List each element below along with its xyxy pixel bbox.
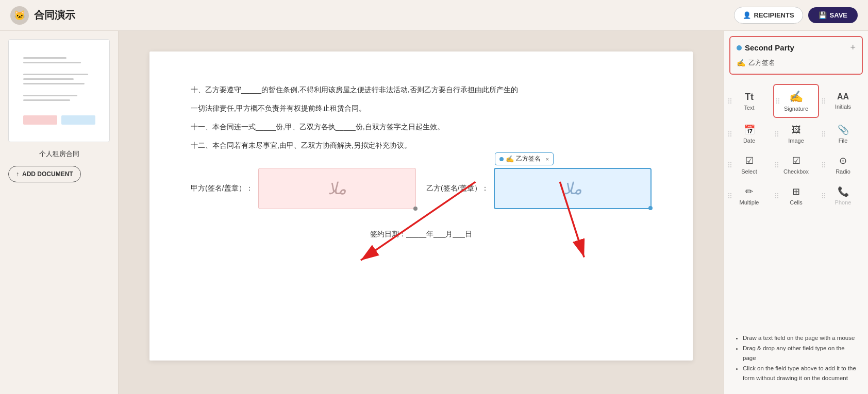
topbar-left: 🐱 合同演示 xyxy=(10,6,75,25)
recipients-button[interactable]: 👤 RECIPIENTS xyxy=(734,7,803,24)
party-name: Second Party xyxy=(745,43,850,52)
field-sig-icon: ✍ xyxy=(737,59,745,67)
drag-handle-cells xyxy=(775,193,778,198)
date-icon: 📅 xyxy=(744,124,755,135)
drag-handle-radio xyxy=(822,162,825,167)
party-add-button[interactable]: + xyxy=(850,42,856,53)
upload-icon: ↑ xyxy=(16,170,19,178)
first-party-label: 甲方(签名/盖章）： xyxy=(191,184,253,193)
paragraph-12: 十二、本合同若有未尽事宜,由甲、乙双方协商解决,另拟定补充协议。 xyxy=(191,138,652,152)
tool-file-label: File xyxy=(839,138,848,144)
first-party-section: 甲方(签名/盖章）： ملا xyxy=(191,168,416,209)
tool-checkbox[interactable]: ☑ Checkbox xyxy=(773,150,819,180)
doc-name: 个人租房合同 xyxy=(8,149,110,159)
info-item-2: Drag & drop any other field type on the … xyxy=(743,345,845,362)
signature-row: 甲方(签名/盖章）： ملا 乙方(签名/盖章）： ✍ 乙方签名 xyxy=(191,168,652,209)
tool-radio[interactable]: ⊙ Radio xyxy=(820,150,866,180)
drag-handle-multiple xyxy=(728,193,731,198)
sig-icon-tooltip: ✍ xyxy=(506,155,514,163)
save-button[interactable]: 💾 SAVE xyxy=(808,7,858,23)
second-party-label: 乙方(签名/盖章）： xyxy=(426,184,489,193)
party-header: Second Party + ✍ 乙方签名 xyxy=(729,36,863,75)
signature-icon-first: ملا xyxy=(328,179,346,198)
drag-handle-select xyxy=(728,162,731,167)
tool-text-label: Text xyxy=(744,105,754,111)
date-line: 签约日期：_____年___月___日 xyxy=(191,230,652,239)
signature-icon-tool: ✍ xyxy=(789,90,803,104)
doc-thumbnail xyxy=(8,39,110,142)
right-panel: Second Party + ✍ 乙方签名 Tt Text ✍ xyxy=(724,31,868,394)
info-item-1: Draw a text field on the page with a mou… xyxy=(743,335,855,341)
save-icon: 💾 xyxy=(819,11,827,19)
resize-handle-second[interactable] xyxy=(648,206,653,210)
app-title: 合同演示 xyxy=(34,8,75,22)
tool-initials-label: Initials xyxy=(835,104,851,110)
tool-select[interactable]: ☑ Select xyxy=(726,150,772,180)
topbar-right: 👤 RECIPIENTS 💾 SAVE xyxy=(734,7,858,24)
drag-handle-text xyxy=(728,98,731,104)
tool-image[interactable]: 🖼 Image xyxy=(773,119,819,149)
tools-grid: Tt Text ✍ Signature AA Initials xyxy=(726,84,866,211)
tool-phone-label: Phone xyxy=(835,199,852,205)
paragraph-11: 十一、本合同连一式_____份,甲、乙双方各执_____份,自双方签字之日起生效… xyxy=(191,119,652,134)
tool-multiple[interactable]: ✏ Multiple xyxy=(726,181,772,211)
tool-file[interactable]: 📎 File xyxy=(820,119,866,149)
tool-signature[interactable]: ✍ Signature xyxy=(773,84,819,118)
recipients-label: RECIPIENTS xyxy=(754,11,794,19)
logo-avatar: 🐱 xyxy=(10,6,29,25)
cells-icon: ⊞ xyxy=(792,186,800,197)
image-icon: 🖼 xyxy=(792,125,801,135)
info-item-3: Click on the field type above to add it … xyxy=(743,365,856,382)
drag-handle-checkbox xyxy=(775,162,778,167)
multiple-icon: ✏ xyxy=(745,186,753,197)
drag-handle-sig xyxy=(776,98,779,104)
tool-radio-label: Radio xyxy=(836,168,850,175)
tool-initials[interactable]: AA Initials xyxy=(820,84,866,118)
topbar: 🐱 合同演示 👤 RECIPIENTS 💾 SAVE xyxy=(0,0,868,31)
radio-icon: ⊙ xyxy=(839,155,847,166)
party-field: ✍ 乙方签名 xyxy=(737,57,856,68)
party-field-label: 乙方签名 xyxy=(748,58,775,67)
tooltip-close[interactable]: × xyxy=(546,156,549,162)
drag-handle-phone xyxy=(822,193,825,198)
file-icon: 📎 xyxy=(838,124,849,135)
second-party-section: 乙方(签名/盖章）： ✍ 乙方签名 × ملا xyxy=(426,168,652,209)
save-label: SAVE xyxy=(830,11,847,19)
initials-icon: AA xyxy=(837,92,849,101)
tool-date-label: Date xyxy=(743,138,755,144)
party-header-row: Second Party + xyxy=(737,42,856,53)
doc-area: 十、乙方要遵守_____的暂住条例,不得利用该房屋之便进行非法活动,否则乙方要自… xyxy=(119,31,724,394)
add-doc-label: ADD DOCUMENT xyxy=(22,170,73,178)
checkbox-icon: ☑ xyxy=(792,155,800,166)
resize-handle-first[interactable] xyxy=(413,207,418,211)
tool-image-label: Image xyxy=(788,138,804,144)
left-sidebar: 个人租房合同 ↑ ADD DOCUMENT xyxy=(0,31,119,394)
tool-cells[interactable]: ⊞ Cells xyxy=(773,181,819,211)
tool-date[interactable]: 📅 Date xyxy=(726,119,772,149)
drag-handle-date xyxy=(728,131,731,136)
paragraph-10a: 十、乙方要遵守_____的暂住条例,不得利用该房屋之便进行非法活动,否则乙方要自… xyxy=(191,82,652,97)
info-box: Draw a text field on the page with a mou… xyxy=(729,328,863,389)
tooltip-label: 乙方签名 xyxy=(516,155,541,163)
phone-icon: 📞 xyxy=(838,186,849,197)
tool-select-label: Select xyxy=(741,168,757,175)
tool-signature-label: Signature xyxy=(784,106,808,112)
tooltip-dot xyxy=(499,157,504,161)
first-party-signature-box[interactable]: ملا xyxy=(258,168,416,209)
add-document-button[interactable]: ↑ ADD DOCUMENT xyxy=(8,166,81,182)
doc-page: 十、乙方要遵守_____的暂住条例,不得利用该房屋之便进行非法活动,否则乙方要自… xyxy=(149,52,693,361)
party-dot xyxy=(737,45,742,50)
tool-phone: 📞 Phone xyxy=(820,181,866,211)
text-icon: Tt xyxy=(745,92,754,102)
second-party-signature-box[interactable]: ✍ 乙方签名 × ملا xyxy=(494,168,652,209)
paragraph-10b: 一切法律责任,甲方概不负责并有权提前终止租赁合同。 xyxy=(191,101,652,115)
main-layout: 个人租房合同 ↑ ADD DOCUMENT 十、乙方要遵守_____的暂住条例,… xyxy=(0,31,868,394)
tool-cells-label: Cells xyxy=(790,199,802,205)
drag-handle-image xyxy=(775,131,778,136)
tools-section: Tt Text ✍ Signature AA Initials xyxy=(724,80,868,328)
drag-handle-initials xyxy=(822,98,825,104)
recipients-icon: 👤 xyxy=(743,11,751,19)
tool-text[interactable]: Tt Text xyxy=(726,84,772,118)
tool-checkbox-label: Checkbox xyxy=(783,168,809,175)
select-icon: ☑ xyxy=(745,155,754,166)
